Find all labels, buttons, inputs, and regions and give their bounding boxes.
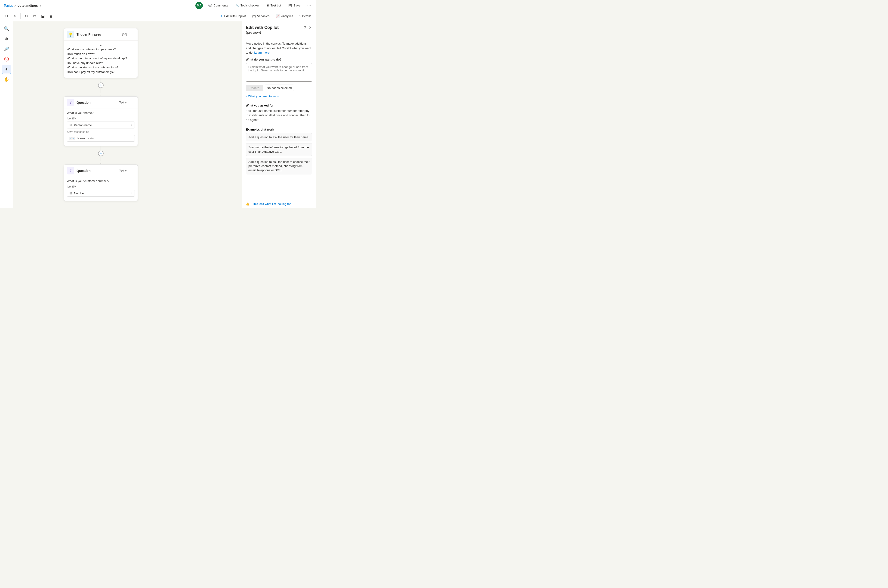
cut-button[interactable]: ✂ bbox=[23, 12, 30, 20]
example-item-3[interactable]: Add a question to ask the user to choose… bbox=[246, 158, 312, 175]
panel-help-button[interactable]: ? bbox=[303, 25, 306, 30]
copilot-icon: ✦ bbox=[220, 14, 223, 18]
connector-line-2b bbox=[101, 156, 101, 161]
number-field[interactable]: ⊞ Number › bbox=[67, 190, 135, 196]
question-node-1-header: ? Question Text ∨ ⋮ bbox=[64, 97, 138, 109]
panel-header: Edit with Copilot (preview) ? ✕ bbox=[242, 21, 316, 38]
no-nodes-button[interactable]: No nodes selected bbox=[265, 84, 294, 91]
test-bot-button[interactable]: ▣ Test bot bbox=[265, 3, 283, 8]
what-asked-text: " ask for user name, customer number off… bbox=[246, 109, 312, 122]
toolbar-divider bbox=[20, 14, 21, 19]
collapsible-chevron-icon: › bbox=[246, 94, 247, 98]
paste-button[interactable]: ⬓ bbox=[39, 12, 47, 20]
toolbar-left: ↺ ↻ ✂ ⧉ ⬓ 🗑 bbox=[3, 12, 218, 20]
panel-btn-row: Update No nodes selected bbox=[246, 84, 312, 91]
name-variable-field[interactable]: {x} Name string › bbox=[67, 135, 135, 142]
examples-title: Examples that work bbox=[246, 128, 312, 131]
thumbs-up-icon: 👍 bbox=[246, 202, 250, 206]
question-text-2: What is your customer number? bbox=[67, 179, 135, 183]
field-text-2: Number bbox=[74, 192, 129, 195]
trigger-phrases-list: ▲ What are my outstanding payments? How … bbox=[67, 43, 135, 75]
top-navigation: Topics > outstandings ∨ MA 💬 Comments 🔧 … bbox=[0, 0, 316, 11]
details-button[interactable]: ℹ Details bbox=[298, 14, 313, 19]
field-icon-2: ⊞ bbox=[69, 191, 72, 195]
trigger-phrase-1: What are my outstanding payments? bbox=[67, 47, 135, 52]
topic-checker-icon: 🔧 bbox=[235, 4, 239, 7]
question-node-2-menu[interactable]: ⋮ bbox=[129, 168, 135, 174]
toolbar: ↺ ↻ ✂ ⧉ ⬓ 🗑 ✦ Edit with Copilot {x} Vari… bbox=[0, 11, 316, 21]
disable-button[interactable]: 🚫 bbox=[2, 54, 11, 64]
more-options-button[interactable]: ··· bbox=[306, 2, 312, 9]
left-tools: 🔍 ⊕ 🔎 🚫 ✦ ✋ bbox=[0, 21, 13, 208]
comments-icon: 💬 bbox=[208, 4, 212, 7]
trigger-node[interactable]: 💡 Trigger Phrases (10) ⋮ ▲ What are my o… bbox=[64, 28, 138, 78]
save-icon: 💾 bbox=[288, 4, 292, 7]
field-text-1: Person name bbox=[74, 123, 129, 127]
scroll-down-arrow[interactable]: ▼ bbox=[67, 74, 135, 75]
canvas[interactable]: 💡 Trigger Phrases (10) ⋮ ▲ What are my o… bbox=[13, 21, 242, 208]
field-chevron-1: › bbox=[131, 123, 132, 127]
redo-button[interactable]: ↻ bbox=[11, 12, 18, 20]
trigger-icon: 💡 bbox=[67, 31, 74, 38]
badge-chevron-icon[interactable]: ∨ bbox=[125, 101, 127, 104]
undo-button[interactable]: ↺ bbox=[3, 12, 10, 20]
badge-chevron-icon-2[interactable]: ∨ bbox=[125, 169, 127, 172]
question-node-2[interactable]: ? Question Text ∨ ⋮ What is your custome… bbox=[64, 165, 138, 201]
what-do-label: What do you want to do? bbox=[246, 58, 312, 61]
copilot-input[interactable] bbox=[246, 63, 312, 81]
delete-button[interactable]: 🗑 bbox=[47, 12, 55, 20]
question-icon-1: ? bbox=[67, 99, 74, 106]
breadcrumb-topics[interactable]: Topics bbox=[4, 4, 13, 8]
main-area: 🔍 ⊕ 🔎 🚫 ✦ ✋ 💡 Trigger Phrases (10) ⋮ ▲ W… bbox=[0, 21, 316, 208]
trigger-node-title: Trigger Phrases bbox=[77, 33, 120, 36]
save-button[interactable]: 💾 Save bbox=[286, 3, 302, 8]
trigger-phrase-4: Do I have any unpaid bills? bbox=[67, 61, 135, 65]
example-item-2[interactable]: Summarize the information gathered from … bbox=[246, 143, 312, 156]
scroll-up-arrow[interactable]: ▲ bbox=[67, 43, 135, 47]
save-label-1: Save response as bbox=[67, 130, 135, 134]
pan-button[interactable]: ✋ bbox=[2, 75, 11, 84]
connector-1: + ↓ bbox=[98, 78, 104, 96]
connector-arrow-2: ↓ bbox=[100, 161, 102, 165]
question-node-1-menu[interactable]: ⋮ bbox=[129, 100, 135, 105]
zoom-out-button[interactable]: 🔎 bbox=[2, 44, 11, 54]
zoom-in-button[interactable]: 🔍 bbox=[2, 24, 11, 33]
trigger-node-count: (10) bbox=[122, 33, 127, 36]
learn-more-link[interactable]: Learn more bbox=[254, 51, 269, 54]
question-text-1: What is your name? bbox=[67, 111, 135, 115]
var-name: Name string bbox=[77, 136, 129, 140]
question-node-1[interactable]: ? Question Text ∨ ⋮ What is your name? I… bbox=[64, 96, 138, 146]
copy-button[interactable]: ⧉ bbox=[31, 12, 38, 20]
connector-2: + ↓ bbox=[98, 146, 104, 165]
select-button[interactable]: ✦ bbox=[2, 65, 11, 74]
panel-close-button[interactable]: ✕ bbox=[308, 25, 312, 30]
panel-description: Move nodes in the canvas. To make additi… bbox=[246, 41, 312, 55]
person-name-field[interactable]: ⊞ Person name › bbox=[67, 122, 135, 129]
question-node-2-header: ? Question Text ∨ ⋮ bbox=[64, 165, 138, 177]
what-asked-title: What you asked for bbox=[246, 104, 312, 107]
chevron-down-icon[interactable]: ∨ bbox=[39, 4, 41, 7]
example-item-1[interactable]: Add a question to ask the user for their… bbox=[246, 133, 312, 141]
trigger-phrase-3: What is the total amount of my outstandi… bbox=[67, 56, 135, 61]
thumbs-up-button[interactable]: 👍 bbox=[246, 202, 250, 206]
what-to-know-collapsible[interactable]: › What you need to know bbox=[246, 94, 312, 98]
feedback-link[interactable]: This isn't what I'm looking for bbox=[252, 202, 290, 206]
collapsible-label: What you need to know bbox=[248, 94, 280, 98]
add-node-button-2[interactable]: + bbox=[98, 151, 104, 156]
question-node-2-title: Question bbox=[77, 169, 117, 172]
question-node-1-body: What is your name? Identify ⊞ Person nam… bbox=[64, 109, 138, 146]
comments-button[interactable]: 💬 Comments bbox=[206, 3, 230, 8]
variables-button[interactable]: {x} Variables bbox=[250, 14, 271, 19]
edit-with-copilot-button[interactable]: ✦ Edit with Copilot bbox=[218, 14, 248, 19]
panel-actions: ? ✕ bbox=[303, 25, 312, 30]
trigger-phrase-2: How much do I owe? bbox=[67, 52, 135, 56]
connector-line-2 bbox=[101, 146, 101, 151]
analytics-button[interactable]: 📈 Analytics bbox=[274, 14, 295, 19]
avatar: MA bbox=[196, 2, 203, 9]
target-button[interactable]: ⊕ bbox=[2, 34, 11, 44]
add-node-button-1[interactable]: + bbox=[98, 82, 104, 88]
identify-label-2: Identify bbox=[67, 185, 135, 188]
topic-checker-button[interactable]: 🔧 Topic checker bbox=[233, 3, 260, 8]
trigger-node-menu[interactable]: ⋮ bbox=[129, 32, 135, 37]
field-icon-1: ⊞ bbox=[69, 123, 72, 127]
